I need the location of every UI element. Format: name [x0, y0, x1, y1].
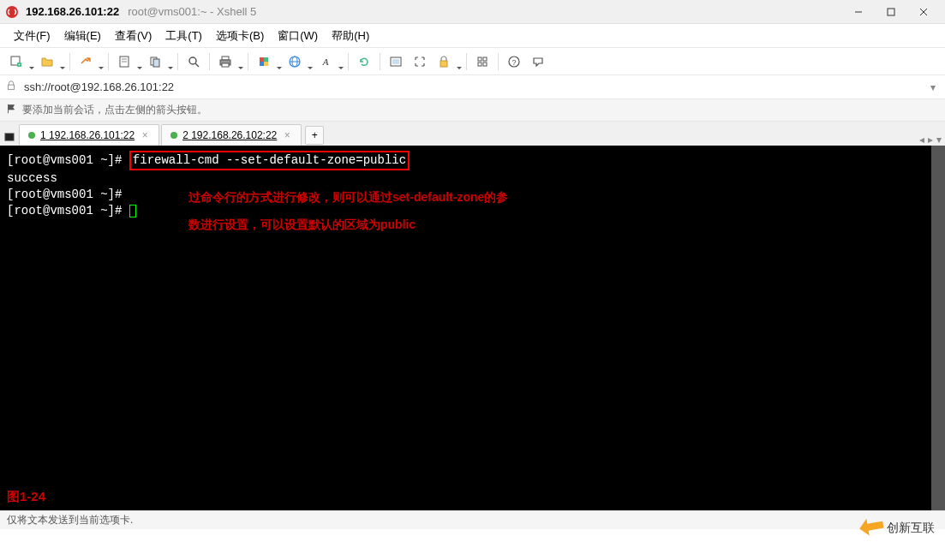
sessions-button[interactable] — [471, 51, 493, 73]
toolbar-separator — [248, 53, 248, 70]
flag-icon[interactable] — [5, 103, 17, 117]
menu-window[interactable]: 窗口(W) — [271, 25, 325, 47]
svg-rect-15 — [222, 57, 229, 60]
menu-view[interactable]: 查看(V) — [108, 25, 158, 47]
copy-button[interactable] — [144, 51, 173, 73]
svg-rect-32 — [483, 63, 487, 66]
status-text: 仅将文本发送到当前选项卡. — [7, 513, 133, 527]
color-button[interactable] — [253, 51, 282, 73]
refresh-button[interactable] — [353, 51, 375, 73]
scrollbar-thumb[interactable] — [931, 146, 945, 510]
add-tab-button[interactable]: + — [305, 126, 324, 145]
terminal-line: [root@vms001 ~]# firewall-cmd --set-defa… — [7, 151, 938, 170]
toolbar-separator — [348, 53, 349, 70]
address-text[interactable]: ssh://root@192.168.26.101:22 — [24, 80, 926, 93]
tabbar: 1 192.168.26.101:22 × 2 192.168.26.102:2… — [0, 122, 945, 146]
svg-rect-35 — [9, 85, 15, 89]
menubar: 文件(F) 编辑(E) 查看(V) 工具(T) 选项卡(B) 窗口(W) 帮助(… — [0, 24, 945, 48]
titlebar: 192.168.26.101:22 root@vms001:~ - Xshell… — [0, 0, 945, 24]
statusbar: 仅将文本发送到当前选项卡. — [0, 510, 945, 529]
tab-prev-button[interactable]: ◂ — [919, 134, 924, 146]
connect-button[interactable] — [75, 51, 104, 73]
window-controls — [842, 2, 940, 22]
svg-line-14 — [195, 63, 199, 67]
infobar-text: 要添加当前会话，点击左侧的箭头按钮。 — [22, 103, 207, 117]
toolbar-separator — [209, 53, 210, 70]
lock-button[interactable] — [433, 51, 462, 73]
svg-text:+: + — [18, 62, 21, 67]
font-button[interactable]: A — [314, 51, 344, 73]
speech-button[interactable] — [527, 51, 549, 73]
menu-edit[interactable]: 编辑(E) — [57, 25, 108, 47]
annotation-text: 数进行设置，可以设置默认的区域为public — [188, 212, 416, 236]
infobar: 要添加当前会话，点击左侧的箭头按钮。 — [0, 99, 945, 122]
svg-point-13 — [189, 57, 196, 64]
find-button[interactable] — [182, 51, 205, 73]
tab-session-2[interactable]: 2 192.168.26.102:22 × — [161, 124, 302, 146]
toolbar-separator — [177, 53, 178, 70]
address-dropdown-icon[interactable]: ▾ — [926, 81, 940, 93]
svg-rect-30 — [483, 57, 487, 61]
svg-rect-18 — [260, 57, 264, 62]
svg-rect-29 — [478, 57, 481, 61]
toolbar-separator — [108, 53, 109, 70]
lock-icon — [5, 80, 19, 94]
svg-rect-21 — [264, 62, 268, 66]
svg-rect-12 — [153, 59, 159, 67]
print-button[interactable] — [214, 51, 243, 73]
highlighted-command: firewall-cmd --set-default-zone=public — [129, 151, 410, 170]
svg-text:A: A — [322, 57, 329, 67]
new-session-button[interactable]: + — [5, 51, 34, 73]
toolbar-separator — [466, 53, 467, 70]
connection-status-icon — [170, 132, 177, 139]
tab-close-button[interactable]: × — [140, 130, 150, 140]
window-title: 192.168.26.101:22 — [26, 5, 119, 18]
figure-label: 图1-24 — [7, 489, 45, 505]
scrollbar[interactable] — [931, 146, 945, 510]
connection-status-icon — [28, 132, 35, 139]
open-button[interactable] — [36, 51, 65, 73]
menu-tools[interactable]: 工具(T) — [158, 25, 209, 47]
fullscreen-button[interactable] — [385, 51, 407, 73]
menu-tabs[interactable]: 选项卡(B) — [209, 25, 271, 47]
svg-rect-27 — [392, 59, 399, 64]
svg-text:?: ? — [511, 58, 516, 67]
tab-nav: ◂ ▸ ▾ — [919, 134, 942, 146]
properties-button[interactable] — [113, 51, 142, 73]
svg-rect-20 — [260, 62, 264, 66]
tab-label: 2 192.168.26.102:22 — [182, 129, 277, 141]
window-subtitle: root@vms001:~ - Xshell 5 — [128, 5, 256, 18]
cursor-icon — [129, 205, 136, 217]
terminal[interactable]: [root@vms001 ~]# firewall-cmd --set-defa… — [0, 146, 945, 510]
encoding-button[interactable] — [284, 51, 313, 73]
toolbar: + A ? — [0, 48, 945, 75]
tab-next-button[interactable]: ▸ — [928, 134, 933, 146]
menu-file[interactable]: 文件(F) — [7, 25, 57, 47]
tab-session-1[interactable]: 1 192.168.26.101:22 × — [19, 124, 159, 146]
maximize-button[interactable] — [875, 2, 907, 22]
close-button[interactable] — [907, 2, 940, 22]
toolbar-separator — [69, 53, 70, 70]
svg-rect-36 — [5, 134, 15, 141]
svg-rect-19 — [264, 57, 268, 62]
tab-label: 1 192.168.26.101:22 — [40, 129, 135, 141]
fit-button[interactable] — [409, 51, 431, 73]
toolbar-separator — [498, 53, 499, 70]
annotation-text: 过命令行的方式进行修改，则可以通过set-default-zone的参 — [188, 185, 508, 209]
svg-rect-28 — [440, 61, 447, 67]
svg-rect-31 — [478, 63, 481, 66]
addressbar: ssh://root@192.168.26.101:22 ▾ — [0, 75, 945, 99]
app-icon — [5, 5, 19, 19]
help-button[interactable]: ? — [503, 51, 525, 73]
svg-rect-17 — [222, 63, 229, 67]
tab-close-button[interactable]: × — [282, 130, 292, 140]
tab-list-button[interactable]: ▾ — [936, 134, 942, 146]
menu-help[interactable]: 帮助(H) — [325, 25, 376, 47]
tablist-icon[interactable] — [3, 131, 15, 146]
minimize-button[interactable] — [842, 2, 875, 22]
toolbar-separator — [380, 53, 380, 70]
svg-rect-2 — [888, 9, 894, 15]
